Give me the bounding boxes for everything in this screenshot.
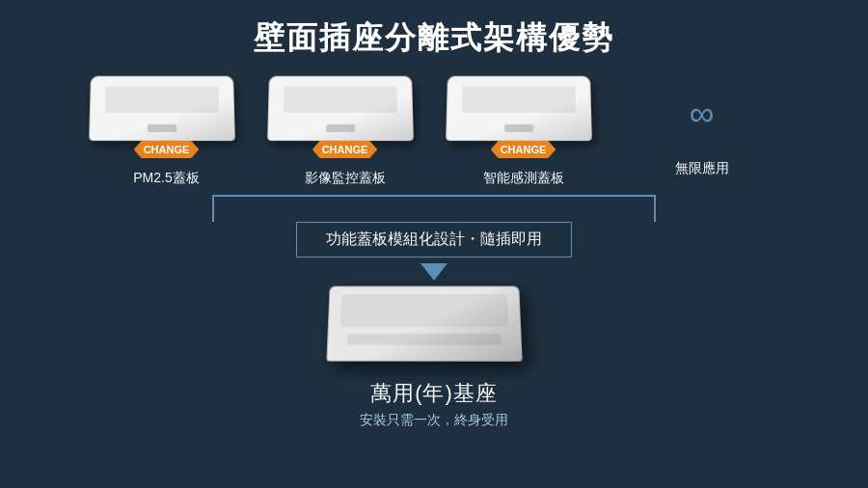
change-badge-sensor: CHANGE — [491, 141, 556, 158]
change-badge-pm25: CHANGE — [134, 141, 200, 158]
bracket-line-left — [212, 195, 214, 222]
base-section: 萬用(年)基座 安裝只需一次，終身受用 — [328, 285, 540, 429]
cover-item-sensor: CHANGE 智能感測蓋板 — [434, 75, 612, 187]
cover-label-pm25: PM2.5蓋板 — [133, 170, 199, 187]
bracket-line-right — [654, 195, 656, 222]
plate-shape-pm25 — [89, 76, 235, 141]
plate-camera: CHANGE — [268, 75, 422, 152]
plate-shape-camera — [267, 76, 414, 141]
cover-label-camera: 影像監控蓋板 — [305, 170, 386, 187]
base-subtitle: 安裝只需一次，終身受用 — [360, 412, 508, 429]
plate-shape-sensor — [446, 76, 592, 141]
middle-section: 功能蓋板模組化設計・隨插即用 — [0, 195, 868, 281]
top-section: CHANGE PM2.5蓋板 CHANGE 影像監控蓋板 CHANGE 智能感測… — [0, 75, 868, 187]
infinity-symbol: ∞ — [690, 85, 715, 143]
main-container: 壁面插座分離式架構優勢 CHANGE PM2.5蓋板 CHANGE 影像監控蓋板… — [0, 0, 868, 488]
bracket-container — [183, 195, 685, 222]
plate-sensor: CHANGE — [447, 75, 601, 152]
arrow-down-icon — [420, 263, 448, 281]
base-plate — [328, 285, 540, 371]
infinity-item: ∞ 無限應用 — [612, 85, 791, 177]
base-title: 萬用(年)基座 — [370, 379, 498, 408]
plate-pm25: CHANGE — [90, 75, 244, 152]
function-box: 功能蓋板模組化設計・隨插即用 — [296, 222, 572, 258]
change-badge-camera: CHANGE — [312, 141, 378, 158]
bracket-line-top — [212, 195, 656, 197]
base-shape — [326, 286, 522, 362]
cover-item-camera: CHANGE 影像監控蓋板 — [256, 75, 434, 187]
page-title: 壁面插座分離式架構優勢 — [254, 17, 614, 60]
cover-label-sensor: 智能感測蓋板 — [483, 170, 564, 187]
cover-item-pm25: CHANGE PM2.5蓋板 — [77, 75, 256, 187]
infinity-label: 無限應用 — [675, 160, 729, 177]
